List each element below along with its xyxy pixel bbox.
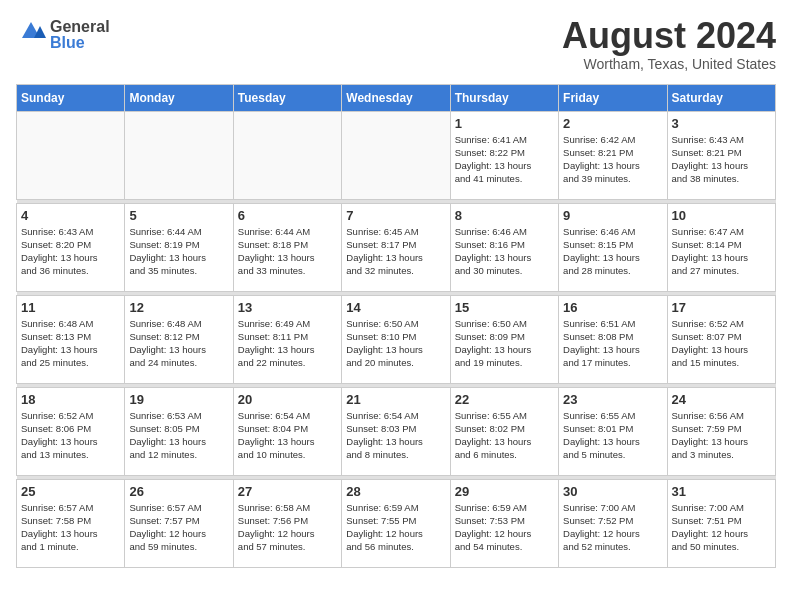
- day-info: Sunrise: 6:58 AM Sunset: 7:56 PM Dayligh…: [238, 501, 337, 554]
- day-header-wednesday: Wednesday: [342, 84, 450, 111]
- day-number: 21: [346, 392, 445, 407]
- day-header-thursday: Thursday: [450, 84, 558, 111]
- week-row-1: 1Sunrise: 6:41 AM Sunset: 8:22 PM Daylig…: [17, 111, 776, 199]
- header: General Blue August 2024 Wortham, Texas,…: [16, 16, 776, 72]
- day-info: Sunrise: 6:41 AM Sunset: 8:22 PM Dayligh…: [455, 133, 554, 186]
- logo-general-text: General: [50, 18, 110, 35]
- day-info: Sunrise: 6:53 AM Sunset: 8:05 PM Dayligh…: [129, 409, 228, 462]
- calendar-cell: 14Sunrise: 6:50 AM Sunset: 8:10 PM Dayli…: [342, 295, 450, 383]
- logo-blue-text: Blue: [50, 34, 85, 52]
- day-number: 3: [672, 116, 771, 131]
- day-info: Sunrise: 6:42 AM Sunset: 8:21 PM Dayligh…: [563, 133, 662, 186]
- day-number: 11: [21, 300, 120, 315]
- week-row-2: 4Sunrise: 6:43 AM Sunset: 8:20 PM Daylig…: [17, 203, 776, 291]
- day-info: Sunrise: 6:52 AM Sunset: 8:07 PM Dayligh…: [672, 317, 771, 370]
- week-row-3: 11Sunrise: 6:48 AM Sunset: 8:13 PM Dayli…: [17, 295, 776, 383]
- calendar-cell: [17, 111, 125, 199]
- day-info: Sunrise: 6:48 AM Sunset: 8:13 PM Dayligh…: [21, 317, 120, 370]
- day-info: Sunrise: 6:45 AM Sunset: 8:17 PM Dayligh…: [346, 225, 445, 278]
- day-info: Sunrise: 6:56 AM Sunset: 7:59 PM Dayligh…: [672, 409, 771, 462]
- day-number: 26: [129, 484, 228, 499]
- calendar-cell: 28Sunrise: 6:59 AM Sunset: 7:55 PM Dayli…: [342, 479, 450, 567]
- day-number: 8: [455, 208, 554, 223]
- title-area: August 2024 Wortham, Texas, United State…: [562, 16, 776, 72]
- calendar-cell: 26Sunrise: 6:57 AM Sunset: 7:57 PM Dayli…: [125, 479, 233, 567]
- calendar-cell: [342, 111, 450, 199]
- day-info: Sunrise: 7:00 AM Sunset: 7:52 PM Dayligh…: [563, 501, 662, 554]
- calendar-cell: 3Sunrise: 6:43 AM Sunset: 8:21 PM Daylig…: [667, 111, 775, 199]
- calendar-cell: 23Sunrise: 6:55 AM Sunset: 8:01 PM Dayli…: [559, 387, 667, 475]
- day-number: 30: [563, 484, 662, 499]
- calendar-cell: 11Sunrise: 6:48 AM Sunset: 8:13 PM Dayli…: [17, 295, 125, 383]
- location-title: Wortham, Texas, United States: [562, 56, 776, 72]
- calendar-cell: 13Sunrise: 6:49 AM Sunset: 8:11 PM Dayli…: [233, 295, 341, 383]
- calendar-cell: 30Sunrise: 7:00 AM Sunset: 7:52 PM Dayli…: [559, 479, 667, 567]
- day-number: 10: [672, 208, 771, 223]
- logo-icon: [16, 16, 46, 38]
- day-info: Sunrise: 6:54 AM Sunset: 8:03 PM Dayligh…: [346, 409, 445, 462]
- day-number: 9: [563, 208, 662, 223]
- day-info: Sunrise: 6:43 AM Sunset: 8:21 PM Dayligh…: [672, 133, 771, 186]
- calendar-cell: 27Sunrise: 6:58 AM Sunset: 7:56 PM Dayli…: [233, 479, 341, 567]
- day-info: Sunrise: 6:47 AM Sunset: 8:14 PM Dayligh…: [672, 225, 771, 278]
- day-info: Sunrise: 6:59 AM Sunset: 7:55 PM Dayligh…: [346, 501, 445, 554]
- day-info: Sunrise: 6:43 AM Sunset: 8:20 PM Dayligh…: [21, 225, 120, 278]
- day-info: Sunrise: 6:52 AM Sunset: 8:06 PM Dayligh…: [21, 409, 120, 462]
- calendar-cell: 1Sunrise: 6:41 AM Sunset: 8:22 PM Daylig…: [450, 111, 558, 199]
- calendar-cell: 7Sunrise: 6:45 AM Sunset: 8:17 PM Daylig…: [342, 203, 450, 291]
- day-number: 23: [563, 392, 662, 407]
- day-number: 17: [672, 300, 771, 315]
- day-number: 6: [238, 208, 337, 223]
- day-number: 29: [455, 484, 554, 499]
- calendar-cell: [233, 111, 341, 199]
- day-info: Sunrise: 6:51 AM Sunset: 8:08 PM Dayligh…: [563, 317, 662, 370]
- day-number: 2: [563, 116, 662, 131]
- day-header-tuesday: Tuesday: [233, 84, 341, 111]
- calendar-cell: 5Sunrise: 6:44 AM Sunset: 8:19 PM Daylig…: [125, 203, 233, 291]
- day-number: 1: [455, 116, 554, 131]
- day-info: Sunrise: 6:44 AM Sunset: 8:18 PM Dayligh…: [238, 225, 337, 278]
- day-info: Sunrise: 6:49 AM Sunset: 8:11 PM Dayligh…: [238, 317, 337, 370]
- calendar-table: SundayMondayTuesdayWednesdayThursdayFrid…: [16, 84, 776, 568]
- day-number: 7: [346, 208, 445, 223]
- day-info: Sunrise: 6:48 AM Sunset: 8:12 PM Dayligh…: [129, 317, 228, 370]
- calendar-cell: 6Sunrise: 6:44 AM Sunset: 8:18 PM Daylig…: [233, 203, 341, 291]
- day-header-saturday: Saturday: [667, 84, 775, 111]
- day-number: 14: [346, 300, 445, 315]
- day-number: 19: [129, 392, 228, 407]
- calendar-cell: 9Sunrise: 6:46 AM Sunset: 8:15 PM Daylig…: [559, 203, 667, 291]
- calendar-cell: 10Sunrise: 6:47 AM Sunset: 8:14 PM Dayli…: [667, 203, 775, 291]
- day-number: 18: [21, 392, 120, 407]
- header-row: SundayMondayTuesdayWednesdayThursdayFrid…: [17, 84, 776, 111]
- day-info: Sunrise: 6:50 AM Sunset: 8:09 PM Dayligh…: [455, 317, 554, 370]
- day-number: 31: [672, 484, 771, 499]
- calendar-cell: 25Sunrise: 6:57 AM Sunset: 7:58 PM Dayli…: [17, 479, 125, 567]
- day-number: 24: [672, 392, 771, 407]
- day-info: Sunrise: 6:57 AM Sunset: 7:57 PM Dayligh…: [129, 501, 228, 554]
- calendar-cell: 18Sunrise: 6:52 AM Sunset: 8:06 PM Dayli…: [17, 387, 125, 475]
- calendar-cell: 20Sunrise: 6:54 AM Sunset: 8:04 PM Dayli…: [233, 387, 341, 475]
- calendar-cell: 21Sunrise: 6:54 AM Sunset: 8:03 PM Dayli…: [342, 387, 450, 475]
- day-info: Sunrise: 7:00 AM Sunset: 7:51 PM Dayligh…: [672, 501, 771, 554]
- calendar-cell: 8Sunrise: 6:46 AM Sunset: 8:16 PM Daylig…: [450, 203, 558, 291]
- week-row-4: 18Sunrise: 6:52 AM Sunset: 8:06 PM Dayli…: [17, 387, 776, 475]
- month-title: August 2024: [562, 16, 776, 56]
- day-info: Sunrise: 6:57 AM Sunset: 7:58 PM Dayligh…: [21, 501, 120, 554]
- day-number: 25: [21, 484, 120, 499]
- day-info: Sunrise: 6:54 AM Sunset: 8:04 PM Dayligh…: [238, 409, 337, 462]
- day-number: 13: [238, 300, 337, 315]
- calendar-cell: 29Sunrise: 6:59 AM Sunset: 7:53 PM Dayli…: [450, 479, 558, 567]
- day-number: 16: [563, 300, 662, 315]
- calendar-cell: 4Sunrise: 6:43 AM Sunset: 8:20 PM Daylig…: [17, 203, 125, 291]
- calendar-cell: 16Sunrise: 6:51 AM Sunset: 8:08 PM Dayli…: [559, 295, 667, 383]
- day-info: Sunrise: 6:44 AM Sunset: 8:19 PM Dayligh…: [129, 225, 228, 278]
- calendar-cell: 31Sunrise: 7:00 AM Sunset: 7:51 PM Dayli…: [667, 479, 775, 567]
- calendar-cell: 2Sunrise: 6:42 AM Sunset: 8:21 PM Daylig…: [559, 111, 667, 199]
- day-number: 27: [238, 484, 337, 499]
- day-header-monday: Monday: [125, 84, 233, 111]
- calendar-cell: 17Sunrise: 6:52 AM Sunset: 8:07 PM Dayli…: [667, 295, 775, 383]
- day-number: 15: [455, 300, 554, 315]
- calendar-cell: 12Sunrise: 6:48 AM Sunset: 8:12 PM Dayli…: [125, 295, 233, 383]
- day-number: 4: [21, 208, 120, 223]
- day-number: 12: [129, 300, 228, 315]
